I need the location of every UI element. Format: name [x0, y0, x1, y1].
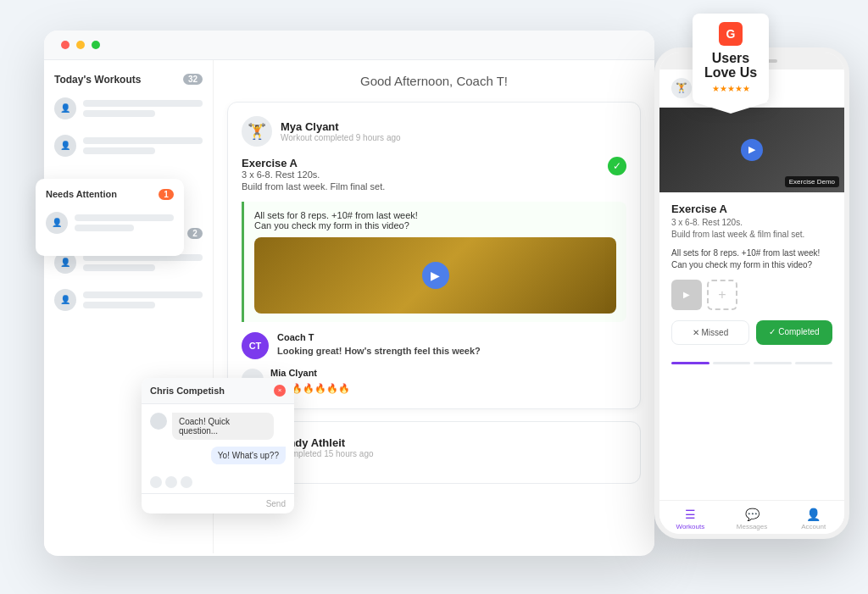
- progress-dot-4: [795, 362, 833, 364]
- workouts-nav-icon: ☰: [685, 508, 696, 521]
- client-name-mya: Mya Clyant: [281, 120, 401, 133]
- phone-action-row: ✕ Missed ✓ Completed: [671, 320, 832, 345]
- dashboard: Today's Workouts 32 👤 👤: [44, 31, 654, 556]
- g2-logo: G: [719, 22, 743, 46]
- completed-icon: ✓: [608, 157, 626, 175]
- placeholder-name-1: [83, 100, 203, 107]
- chat-popup: Chris Competish × Coach! Quick question.…: [142, 378, 294, 514]
- needs-attention-card: Needs Attention 1 👤: [36, 179, 184, 256]
- placeholder-detail-1: [83, 110, 155, 117]
- chat-emoji-row: [142, 473, 294, 493]
- exercise-info-mya: Exercise A 3 x 6-8. Rest 120s. Build fro…: [242, 157, 385, 193]
- coach-name: Coach T: [277, 332, 481, 342]
- g2-badge-inner: G UsersLove Us ★★★★★: [693, 14, 769, 103]
- chat-icon-2: [165, 476, 177, 488]
- phone-exercise-detail: 3 x 6-8. Rest 120s.Build from last week …: [671, 217, 832, 241]
- avatar-2: 👤: [54, 135, 76, 157]
- exercise-detail2-mya: Build from last week. Film final set.: [242, 181, 385, 192]
- progress-dot-2: [713, 362, 751, 364]
- placeholder-attention-1: [75, 214, 174, 221]
- traffic-light-green: [92, 41, 100, 49]
- placeholder-name-2: [83, 137, 203, 144]
- sidebar-section-todays-workouts: Today's Workouts 32 👤 👤: [54, 74, 203, 160]
- exercise-header-mya: Exercise A 3 x 6-8. Rest 120s. Build fro…: [242, 157, 626, 193]
- sidebar-workouts-badge: 32: [183, 74, 203, 85]
- client-sub-mya: Workout completed 9 hours ago: [281, 133, 401, 142]
- phone-missed-button[interactable]: ✕ Missed: [671, 320, 749, 345]
- phone-exercise-content: Exercise A 3 x 6-8. Rest 120s.Build from…: [659, 192, 844, 355]
- phone-message-text: All sets for 8 reps. +10# from last week…: [671, 247, 832, 271]
- phone-add-media-button[interactable]: +: [707, 280, 737, 310]
- needs-attention-header: Needs Attention 1: [46, 189, 174, 200]
- browser-chrome: [44, 31, 654, 60]
- phone-video-area[interactable]: ▶ Exercise Demo: [659, 108, 844, 192]
- avatar-1: 👤: [54, 97, 76, 119]
- coach-avatar: CT: [242, 332, 269, 359]
- chat-icon-3: [181, 476, 192, 488]
- placeholder-reminder-detail-1: [83, 264, 155, 271]
- phone-media-row: ▶ +: [671, 280, 832, 310]
- sidebar-reminder-item-2[interactable]: 👤: [54, 286, 203, 314]
- phone-nav-messages[interactable]: 💬 Messages: [721, 508, 783, 530]
- client-message-text: All sets for 8 reps. +10# from last week…: [254, 210, 616, 230]
- client-row-mya: 🏋️ Mya Clyant Workout completed 9 hours …: [242, 116, 626, 147]
- g2-title: UsersLove Us: [699, 51, 762, 80]
- phone-completed-button[interactable]: ✓ Completed: [756, 320, 832, 345]
- placeholder-attention-2: [75, 225, 134, 231]
- avatar-4: 👤: [54, 289, 76, 311]
- phone-video-thumb[interactable]: ▶: [671, 280, 702, 310]
- needs-attention-item[interactable]: 👤: [46, 208, 174, 237]
- response-name: Mia Clyant: [270, 368, 317, 378]
- sidebar-reminders-badge: 2: [187, 228, 203, 239]
- client-avatar-mya: 🏋️: [242, 116, 272, 147]
- chat-footer: Send: [142, 493, 294, 514]
- exercise-detail1-mya: 3 x 6-8. Rest 120s.: [242, 169, 385, 180]
- messages-nav-label: Messages: [737, 523, 767, 530]
- exercise-title-mya: Exercise A: [242, 157, 385, 169]
- g2-stars: ★★★★★: [699, 84, 762, 93]
- workout-card-mya: 🏋️ Mya Clyant Workout completed 9 hours …: [227, 102, 641, 409]
- chat-send-button[interactable]: Send: [266, 499, 286, 508]
- workouts-nav-label: Workouts: [676, 523, 705, 530]
- traffic-light-yellow: [76, 41, 85, 49]
- placeholder-reminder-2: [83, 291, 203, 298]
- coach-message-block: Coach T Looking great! How's strength fe…: [277, 332, 481, 356]
- client-info-mya: Mya Clyant Workout completed 9 hours ago: [281, 120, 401, 142]
- client-row-andy: 🏃 Andy Athleit Completed 15 hours ago: [242, 432, 626, 463]
- messages-nav-icon: 💬: [745, 508, 760, 521]
- chat-outgoing-row: Yo! What's up??: [150, 447, 286, 464]
- sidebar-section-header-workouts: Today's Workouts 32: [54, 74, 203, 86]
- play-button[interactable]: ▶: [422, 262, 449, 289]
- dashboard-body: Today's Workouts 32 👤 👤: [44, 60, 654, 553]
- phone-mockup: 🏋️ Client App ▶ Exercise Demo Exercise A…: [654, 47, 849, 539]
- phone-nav-workouts[interactable]: ☰ Workouts: [659, 508, 721, 530]
- g2-badge: G UsersLove Us ★★★★★: [693, 14, 769, 115]
- chat-outgoing-bubble: Yo! What's up??: [211, 447, 286, 464]
- placeholder-reminder-detail-2: [83, 302, 155, 308]
- client-info-andy: Andy Athleit Completed 15 hours ago: [281, 436, 374, 458]
- placeholder-detail-2: [83, 147, 155, 154]
- sidebar-workouts-title: Today's Workouts: [54, 74, 141, 86]
- needs-attention-badge: 1: [159, 189, 174, 200]
- needs-attention-title: Needs Attention: [46, 189, 117, 199]
- phone-bottom-nav: ☰ Workouts 💬 Messages 👤 Account: [659, 500, 844, 534]
- phone-nav-account[interactable]: 👤 Account: [782, 508, 844, 530]
- phone-play-button[interactable]: ▶: [741, 139, 763, 161]
- account-nav-label: Account: [801, 523, 826, 530]
- client-name-andy: Andy Athleit: [281, 436, 374, 449]
- traffic-light-red: [61, 41, 70, 49]
- client-message-area: All sets for 8 reps. +10# from last week…: [242, 202, 626, 322]
- chat-close-button[interactable]: ×: [274, 385, 286, 397]
- chat-body: Coach! Quick question... Yo! What's up??: [142, 404, 294, 473]
- progress-dot-1: [671, 362, 709, 364]
- sidebar-client-item-2[interactable]: 👤: [54, 131, 203, 160]
- progress-dot-3: [754, 362, 792, 364]
- chat-incoming-row: Coach! Quick question...: [150, 413, 286, 440]
- sidebar-client-item-1[interactable]: 👤: [54, 94, 203, 123]
- phone-progress-bar: [659, 355, 844, 371]
- coach-response-row: CT Coach T Looking great! How's strength…: [242, 332, 626, 359]
- video-thumbnail[interactable]: ▶: [254, 237, 616, 314]
- client-sub-andy: Completed 15 hours ago: [281, 449, 374, 458]
- account-nav-icon: 👤: [806, 508, 821, 521]
- phone-app-icon: 🏋️: [671, 78, 692, 98]
